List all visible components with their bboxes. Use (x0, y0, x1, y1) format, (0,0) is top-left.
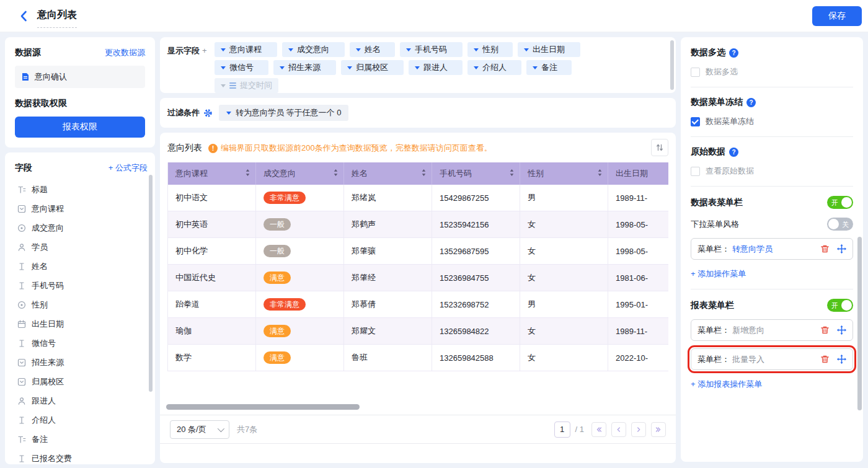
fields-scrollbar[interactable] (149, 175, 153, 392)
table-cell-gender: 女 (520, 238, 608, 264)
display-field-tag[interactable]: 性别 (467, 42, 513, 57)
tag-label: 手机号码 (415, 44, 447, 55)
trash-icon[interactable] (820, 355, 830, 364)
menu-bar-item[interactable]: 菜单栏：批量导入 (691, 348, 853, 370)
table-cell-gender: 女 (520, 265, 608, 291)
last-page-button[interactable] (651, 422, 666, 437)
filter-panel: 过滤条件 转为意向学员 等于任意一个 0 (160, 98, 676, 128)
report-menu-toggle[interactable]: 开 (827, 299, 853, 312)
field-list-item[interactable]: 性别 (15, 295, 148, 314)
sort-icon[interactable] (245, 169, 250, 179)
field-list-item[interactable]: 已报名交费 (15, 449, 148, 464)
display-field-tag[interactable]: 意向课程 (215, 42, 277, 57)
move-icon[interactable] (837, 244, 846, 254)
change-datasource-link[interactable]: 更改数据源 (105, 47, 145, 58)
table-row: 中国近代史满意郑肇经15236984755女1981-06- (168, 265, 668, 291)
page-size-select[interactable]: 20 条/页 (170, 420, 229, 439)
add-display-field-button[interactable]: + (202, 46, 207, 55)
field-list-item[interactable]: 学员 (15, 237, 148, 257)
field-list-item[interactable]: 标题 (15, 180, 148, 199)
column-header[interactable]: 出生日期 (608, 162, 668, 185)
table-body: 初中语文非常满意郑绪岚15429867255男1989-11-初中英语一般郑鹤声… (168, 185, 668, 371)
fields-title: 字段 (15, 162, 32, 174)
back-button[interactable] (17, 9, 31, 23)
sort-icon[interactable] (421, 169, 427, 179)
select-icon (17, 205, 26, 213)
display-field-tag[interactable]: 介绍人 (467, 60, 521, 75)
save-button[interactable]: 保存 (812, 6, 862, 26)
menu-bar-item[interactable]: 菜单栏：转意向学员 (691, 238, 853, 260)
field-list-item[interactable]: 出生日期 (15, 314, 148, 333)
display-field-tag[interactable]: 备注 (526, 60, 572, 75)
report-permission-button[interactable]: 报表权限 (15, 117, 145, 138)
move-icon[interactable] (837, 325, 846, 335)
page-number-input[interactable]: 1 (554, 422, 570, 438)
trash-icon[interactable] (820, 325, 830, 335)
add-report-action-menu-link[interactable]: + 添加报表操作菜单 (691, 379, 762, 390)
add-formula-field-link[interactable]: + 公式字段 (108, 162, 148, 174)
column-header[interactable]: 手机号码 (432, 162, 520, 185)
field-label: 备注 (32, 434, 48, 445)
display-field-tag[interactable]: 微信号 (215, 60, 268, 75)
display-field-tag[interactable]: 成交意向 (282, 42, 345, 57)
field-list-item[interactable]: 意向课程 (15, 199, 148, 218)
field-list-item[interactable]: 介绍人 (15, 410, 148, 430)
gear-icon[interactable] (203, 108, 213, 118)
next-page-button[interactable] (631, 422, 646, 437)
field-list-item[interactable]: 备注 (15, 430, 148, 449)
settings-sidebar: 数据多选 ? 数据多选 数据菜单冻结 ? 数据菜单冻结 原始数据 ? 查看原始数… (681, 37, 863, 462)
menu-freeze-checkbox[interactable] (691, 117, 700, 126)
display-panel-scrollbar[interactable] (670, 40, 674, 90)
field-list-item[interactable]: 跟进人 (15, 391, 148, 410)
table-cell-intent: 满意 (256, 265, 344, 291)
field-list-item[interactable]: 成交意向 (15, 218, 148, 237)
column-header-label: 手机号码 (440, 168, 472, 179)
sort-icon[interactable] (509, 169, 515, 179)
column-header[interactable]: 姓名 (344, 162, 432, 185)
table-menu-toggle[interactable]: 开 (827, 196, 853, 209)
column-header[interactable]: 成交意向 (256, 162, 344, 185)
column-header-label: 性别 (528, 168, 544, 179)
menu-item-value: 转意向学员 (732, 244, 773, 255)
add-action-menu-link[interactable]: + 添加操作菜单 (691, 268, 746, 280)
field-list-item[interactable]: 手机号码 (15, 276, 148, 295)
dropdown-style-toggle[interactable]: 关 (827, 218, 853, 231)
multi-select-checkbox[interactable] (691, 68, 700, 77)
sort-icon[interactable] (597, 169, 603, 179)
intent-badge: 满意 (264, 325, 291, 337)
display-field-tag[interactable]: 姓名 (350, 42, 395, 57)
menu-bar-item[interactable]: 菜单栏：新增意向 (691, 319, 853, 341)
field-list-item[interactable]: 归属校区 (15, 372, 148, 391)
display-field-tag[interactable]: 跟进人 (409, 60, 463, 75)
trash-icon[interactable] (820, 244, 830, 254)
field-list-item[interactable]: 招生来源 (15, 353, 148, 372)
display-field-tag[interactable]: 出生日期 (518, 42, 580, 57)
display-field-tag-disabled: 提交时间 (215, 78, 278, 93)
settings-scrollbar[interactable] (857, 237, 862, 410)
help-icon[interactable]: ? (729, 48, 738, 58)
table-cell-intent: 一般 (256, 211, 344, 237)
tag-label: 归属校区 (356, 62, 388, 73)
table-sort-button[interactable] (651, 139, 668, 156)
help-icon[interactable]: ? (746, 98, 756, 107)
sort-icon[interactable] (333, 169, 339, 179)
raw-data-checkbox[interactable] (691, 167, 700, 176)
first-page-button[interactable] (591, 422, 606, 437)
column-header[interactable]: 性别 (520, 162, 608, 185)
display-field-tag[interactable]: 归属校区 (341, 60, 404, 75)
table-cell-phone: 13265984822 (432, 318, 520, 344)
field-list-item[interactable]: 微信号 (15, 333, 148, 353)
prev-page-button[interactable] (611, 422, 626, 437)
column-header[interactable]: 意向课程 (168, 162, 256, 185)
table-cell-name: 郑慕倩 (344, 291, 432, 317)
table-cell-course: 初中语文 (168, 185, 256, 211)
display-field-tag[interactable]: 手机号码 (400, 42, 463, 57)
text-icon (17, 281, 26, 290)
field-list-item[interactable]: 姓名 (15, 257, 148, 276)
move-icon[interactable] (837, 355, 846, 364)
display-field-tag[interactable]: 招生来源 (273, 60, 336, 75)
datasource-item[interactable]: 意向确认 (15, 66, 145, 88)
help-icon[interactable]: ? (729, 148, 738, 157)
filter-condition-tag[interactable]: 转为意向学员 等于任意一个 0 (219, 105, 348, 121)
table-horizontal-scrollbar[interactable] (166, 404, 360, 410)
